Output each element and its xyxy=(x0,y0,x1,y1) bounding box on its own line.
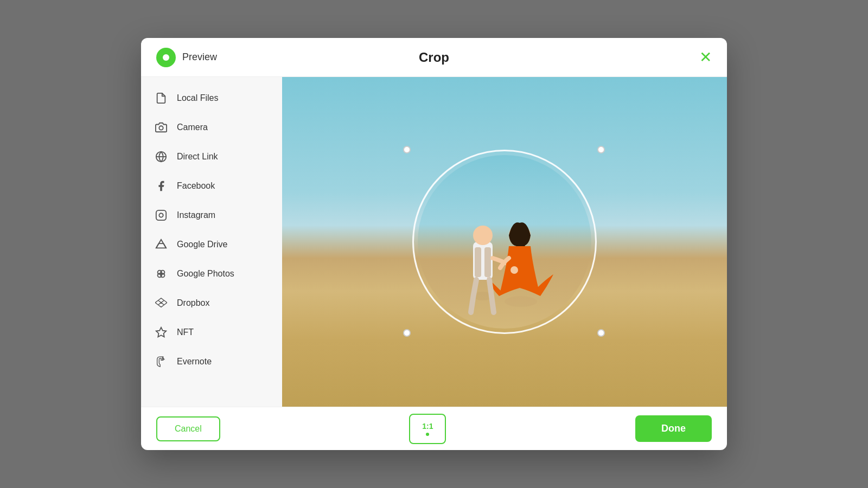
ratio-button[interactable]: 1:1 xyxy=(409,414,446,444)
preview-dot-icon xyxy=(156,48,176,67)
sidebar-item-instagram[interactable]: Instagram xyxy=(141,201,282,230)
handle-bottom-left[interactable] xyxy=(403,329,411,337)
close-button[interactable]: ✕ xyxy=(699,50,712,65)
handle-top-right[interactable] xyxy=(597,146,605,153)
google-photos-icon xyxy=(154,267,168,281)
sidebar-item-google-photos[interactable]: Google Photos xyxy=(141,259,282,288)
sidebar-item-evernote[interactable]: Evernote xyxy=(141,347,282,376)
sidebar-item-facebook[interactable]: Facebook xyxy=(141,171,282,201)
sidebar-item-camera[interactable]: Camera xyxy=(141,113,282,142)
crop-modal: Preview Crop ✕ Local Files xyxy=(141,38,727,450)
preview-area: Preview xyxy=(156,48,217,67)
instagram-icon xyxy=(154,208,168,222)
modal-header: Preview Crop ✕ xyxy=(141,38,727,77)
sidebar-label-facebook: Facebook xyxy=(177,181,215,191)
camera-icon xyxy=(154,120,168,134)
preview-label: Preview xyxy=(182,52,217,63)
done-button[interactable]: Done xyxy=(635,415,712,442)
ratio-dot xyxy=(426,433,429,436)
modal-footer: Cancel 1:1 Done xyxy=(141,407,727,450)
sidebar-item-nft[interactable]: NFT xyxy=(141,318,282,347)
sidebar-label-direct-link: Direct Link xyxy=(177,152,218,162)
sidebar-item-local-files[interactable]: Local Files xyxy=(141,84,282,113)
sidebar-label-camera: Camera xyxy=(177,123,208,132)
sidebar: Local Files Camera xyxy=(141,77,282,407)
sidebar-label-instagram: Instagram xyxy=(177,210,215,220)
crop-image-container[interactable] xyxy=(282,77,727,407)
cancel-button[interactable]: Cancel xyxy=(156,416,220,441)
sidebar-item-dropbox[interactable]: Dropbox xyxy=(141,288,282,318)
handle-top-left[interactable] xyxy=(403,146,411,153)
sidebar-label-evernote: Evernote xyxy=(177,357,212,367)
nft-icon xyxy=(154,325,168,339)
dropbox-icon xyxy=(154,296,168,310)
modal-title: Crop xyxy=(419,50,449,65)
crop-area xyxy=(282,77,727,407)
evernote-icon xyxy=(154,355,168,369)
sidebar-label-dropbox: Dropbox xyxy=(177,298,209,308)
sidebar-item-google-drive[interactable]: Google Drive xyxy=(141,230,282,259)
facebook-icon xyxy=(154,179,168,193)
google-drive-icon xyxy=(154,237,168,252)
sidebar-label-local-files: Local Files xyxy=(177,93,218,103)
svg-marker-9 xyxy=(156,328,166,337)
crop-circle-border xyxy=(412,150,597,334)
handle-bottom-right[interactable] xyxy=(597,329,605,337)
sidebar-label-google-photos: Google Photos xyxy=(177,269,234,279)
link-icon xyxy=(154,150,168,164)
file-icon xyxy=(154,91,168,105)
ratio-label: 1:1 xyxy=(422,422,433,431)
svg-point-0 xyxy=(159,126,163,130)
sidebar-label-google-drive: Google Drive xyxy=(177,240,227,249)
modal-overlay: Preview Crop ✕ Local Files xyxy=(0,0,868,488)
sidebar-item-direct-link[interactable]: Direct Link xyxy=(141,142,282,171)
sidebar-label-nft: NFT xyxy=(177,328,194,337)
modal-body: Local Files Camera xyxy=(141,77,727,407)
svg-rect-3 xyxy=(156,210,166,220)
